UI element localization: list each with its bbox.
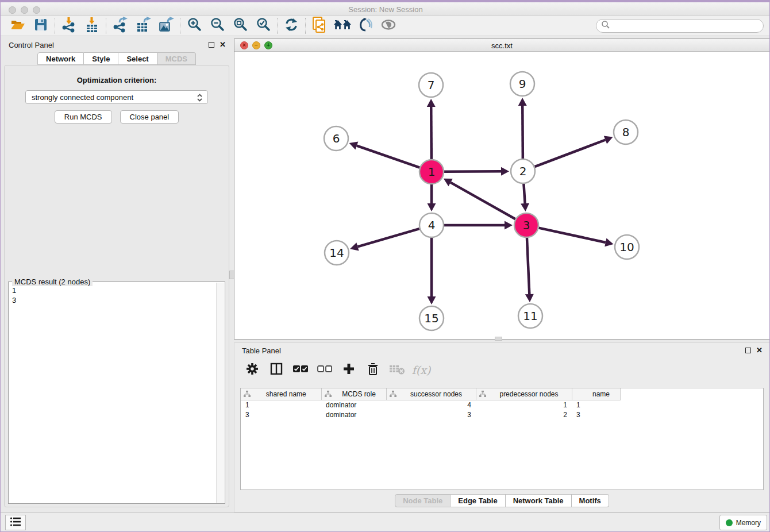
zoom-in-button[interactable] — [183, 17, 206, 34]
export-table-button[interactable] — [132, 17, 155, 34]
open-session-button[interactable] — [6, 17, 29, 34]
tab-network[interactable]: Network — [37, 52, 84, 65]
show-style-button[interactable] — [354, 17, 377, 34]
graph-node-6[interactable]: 6 — [324, 126, 348, 151]
first-neighbors-button[interactable] — [331, 17, 354, 34]
result-scrollbar[interactable] — [216, 283, 224, 503]
export-image-icon — [158, 17, 174, 35]
zoom-in-icon — [187, 17, 202, 34]
graph-arrowhead-4-14 — [350, 242, 359, 250]
close-table-panel-icon[interactable]: ✕ — [756, 347, 763, 354]
graph-arrowhead-2-3 — [521, 203, 529, 211]
graph-edge-1-2[interactable] — [444, 171, 501, 172]
column-header-predecessor-nodes[interactable]: predecessor nodes — [476, 388, 572, 400]
fx-icon: f(x) — [412, 364, 431, 376]
float-panel-icon[interactable] — [209, 42, 214, 48]
import-network-button[interactable] — [57, 17, 80, 34]
tree-icon — [244, 391, 251, 399]
graph-node-10[interactable]: 10 — [615, 235, 639, 259]
zoom-out-button[interactable] — [206, 17, 229, 34]
graph-node-15[interactable]: 15 — [419, 306, 444, 330]
mcds-panel: Optimization criterion: strongly connect… — [4, 65, 229, 507]
delete-column-button[interactable] — [364, 361, 382, 379]
table-row[interactable]: 1 dominator 4 1 1 — [241, 400, 620, 410]
add-column-button[interactable] — [340, 361, 357, 379]
task-history-button[interactable] — [5, 515, 26, 530]
close-panel-button[interactable]: Close panel — [120, 110, 179, 124]
network-graph-canvas[interactable]: 7968124314101511 — [234, 52, 769, 339]
float-table-panel-icon[interactable] — [745, 348, 751, 353]
toolbar-separator — [106, 18, 106, 34]
graph-edge-1-7[interactable] — [431, 107, 432, 159]
graph-edge-2-3[interactable] — [523, 184, 525, 203]
show-hide-button[interactable] — [377, 17, 400, 34]
tab-motifs[interactable]: Motifs — [572, 494, 609, 507]
duplicate-network-button[interactable] — [308, 17, 331, 34]
graph-edge-2-8[interactable] — [535, 140, 606, 167]
graph-edge-3-11[interactable] — [527, 238, 529, 294]
select-all-button[interactable] — [292, 361, 309, 379]
open-folder-icon — [10, 18, 26, 34]
graph-node-4[interactable]: 4 — [419, 213, 444, 237]
column-view-button[interactable] — [268, 361, 285, 379]
export-image-button[interactable] — [155, 17, 178, 34]
save-session-button[interactable] — [29, 17, 52, 34]
memory-button[interactable]: Memory — [719, 515, 767, 530]
graph-node-9[interactable]: 9 — [510, 72, 534, 96]
graph-node-3[interactable]: 3 — [514, 213, 538, 237]
graph-node-14[interactable]: 14 — [325, 241, 349, 265]
control-panel-tabs: Network Style Select MCDS — [4, 52, 229, 65]
tab-select[interactable]: Select — [118, 52, 157, 65]
graph-edge-4-14[interactable] — [357, 229, 419, 246]
graph-node-7[interactable]: 7 — [419, 73, 443, 97]
tab-node-table[interactable]: Node Table — [395, 494, 451, 507]
checked-boxes-icon — [293, 365, 308, 375]
column-header-successor-nodes[interactable]: successor nodes — [386, 388, 476, 400]
column-header-shared-name[interactable]: shared name — [241, 388, 321, 400]
deselect-all-button[interactable] — [316, 361, 333, 379]
table-settings-button[interactable] — [244, 361, 261, 379]
table-splitter-handle[interactable] — [495, 337, 502, 341]
graph-node-label-3: 3 — [523, 218, 530, 232]
search-input[interactable] — [610, 20, 763, 32]
close-panel-icon[interactable]: ✕ — [220, 41, 226, 48]
import-table-button[interactable] — [80, 17, 103, 34]
graph-node-label-2: 2 — [519, 164, 527, 178]
zoom-fit-button[interactable] — [229, 17, 252, 34]
graph-node-label-15: 15 — [424, 311, 438, 325]
zoom-selected-icon — [256, 17, 271, 34]
graph-edge-3-10[interactable] — [538, 228, 605, 242]
app-titlebar: Session: New Session — [1, 1, 770, 16]
network-window-titlebar[interactable]: × − + scc.txt — [234, 39, 769, 52]
graph-edge-1-6[interactable] — [357, 146, 419, 168]
mcds-result-list: 1 3 — [9, 283, 215, 503]
tab-network-table[interactable]: Network Table — [506, 494, 572, 507]
graph-edge-2-9[interactable] — [522, 106, 523, 159]
graph-node-11[interactable]: 11 — [518, 304, 542, 328]
tab-style[interactable]: Style — [84, 52, 118, 65]
column-header-name[interactable]: name — [572, 388, 620, 400]
run-mcds-button[interactable]: Run MCDS — [55, 110, 112, 124]
toolbar-separator — [55, 18, 55, 34]
graph-edge-3-1[interactable] — [451, 183, 515, 219]
apply-layout-button[interactable] — [280, 17, 303, 34]
criterion-select[interactable]: strongly connected component — [25, 90, 208, 104]
import-table-icon — [84, 17, 100, 35]
column-header-mcds-role[interactable]: MCDS role — [321, 388, 386, 400]
control-panel-title: Control Panel — [9, 41, 54, 49]
zoom-selected-button[interactable] — [252, 17, 275, 34]
table-row[interactable]: 3 dominator 3 2 3 — [241, 410, 620, 419]
graph-node-1[interactable]: 1 — [419, 160, 444, 184]
tab-mcds[interactable]: MCDS — [157, 52, 196, 65]
search-field[interactable] — [596, 19, 764, 33]
graph-arrowhead-3-11 — [525, 294, 534, 302]
graph-arrowhead-4-15 — [428, 296, 436, 304]
delete-table-button-disabled — [388, 361, 406, 379]
plus-icon — [342, 363, 355, 377]
graph-node-2[interactable]: 2 — [511, 159, 535, 183]
export-network-button[interactable] — [109, 17, 132, 34]
criterion-value: strongly connected component — [32, 93, 133, 102]
tree-icon — [479, 391, 486, 399]
tab-edge-table[interactable]: Edge Table — [451, 494, 505, 507]
graph-node-8[interactable]: 8 — [614, 120, 638, 144]
